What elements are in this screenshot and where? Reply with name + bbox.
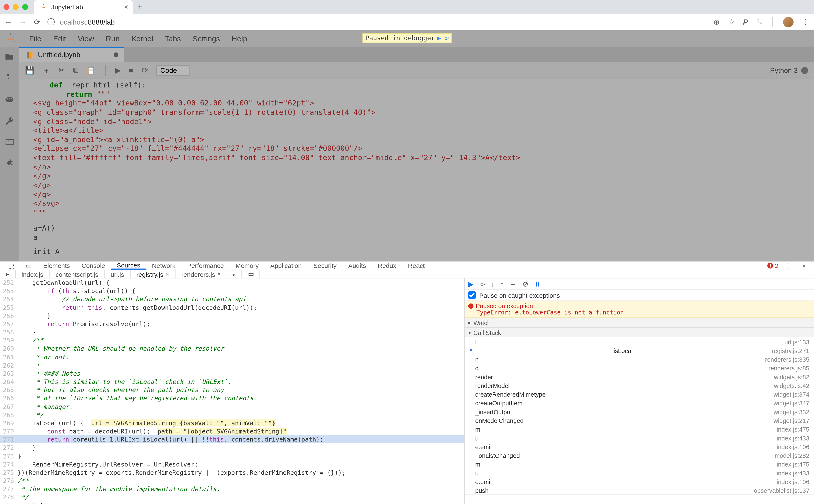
source-line[interactable]: 267 * manager. [0, 402, 464, 411]
devtools-tab-performance[interactable]: Performance [181, 262, 230, 270]
back-button[interactable]: ← [5, 18, 12, 26]
source-line[interactable]: 273} [0, 452, 464, 460]
step-into-button[interactable]: ↓ [491, 280, 494, 288]
menu-edit[interactable]: Edit [47, 34, 72, 43]
reload-button[interactable]: ⟳ [34, 18, 40, 26]
source-line[interactable]: 274 RenderMimeRegistry.UrlResolver = Url… [0, 460, 464, 468]
stack-frame[interactable]: nrenderers.js:335 [465, 355, 814, 363]
devtools-close-icon[interactable]: × [796, 262, 812, 270]
menu-view[interactable]: View [72, 34, 100, 43]
device-toggle-icon[interactable]: ▭ [20, 262, 37, 270]
pause-caught-checkbox[interactable] [468, 291, 476, 299]
kernel-indicator[interactable]: Python 3 [770, 66, 808, 74]
menu-tabs[interactable]: Tabs [159, 34, 187, 43]
devtools-tab-sources[interactable]: Sources [111, 262, 146, 270]
source-line[interactable]: 276/** [0, 476, 464, 485]
stack-frame[interactable]: createOutputItemwidget.js:347 [465, 398, 814, 407]
maximize-window-button[interactable] [22, 4, 28, 10]
run-button[interactable]: ▶ [115, 66, 121, 75]
inspect-element-icon[interactable]: ⬚ [2, 262, 20, 270]
notebook-cell[interactable]: def _repr_html_(self): return """ <svg h… [19, 79, 814, 261]
cell-type-select[interactable]: Code [156, 65, 189, 76]
source-line[interactable]: 263 * #### Notes [0, 369, 464, 378]
devtools-tab-redux[interactable]: Redux [372, 262, 402, 270]
pause-on-exceptions-row[interactable]: Pause on caught exceptions [465, 290, 814, 301]
close-tab-button[interactable]: × [124, 3, 128, 11]
stack-frame[interactable]: mindex.js:475 [465, 425, 814, 433]
source-line[interactable]: 265 * but it also checks whether the pat… [0, 386, 464, 394]
jupyter-logo-icon[interactable] [4, 32, 18, 46]
sources-navigator-toggle[interactable]: ▸ [0, 270, 16, 278]
source-line[interactable]: 270 const path = decodeURI(url); path = … [0, 427, 464, 435]
save-button[interactable]: 💾 [25, 66, 34, 75]
source-line[interactable]: 255 return this._contents.getDownloadUrl… [0, 303, 464, 312]
stack-frame[interactable]: onModelChangedwidget.js:217 [465, 416, 814, 425]
file-browser-icon[interactable] [5, 53, 14, 61]
source-line[interactable]: 262 * [0, 361, 464, 369]
paste-button[interactable]: 📋 [86, 66, 96, 75]
source-line[interactable]: 268 */ [0, 411, 464, 419]
extension-manager-icon[interactable] [5, 158, 14, 167]
source-line[interactable]: 272 } [0, 443, 464, 452]
step-over-button[interactable]: ⤼ [479, 280, 485, 288]
source-line[interactable]: 261 * or not. [0, 353, 464, 361]
stack-frame[interactable]: _insertOutputwidget.js:332 [465, 407, 814, 416]
menu-kernel[interactable]: Kernel [125, 34, 159, 43]
minimize-window-button[interactable] [13, 4, 19, 10]
devtools-tab-memory[interactable]: Memory [230, 262, 265, 270]
devtools-tab-application[interactable]: Application [265, 262, 308, 270]
source-line[interactable]: 253 if (this.isLocal(url)) { [0, 287, 464, 295]
pause-exceptions-button[interactable]: ⏸ [534, 280, 541, 288]
devtools-tab-react[interactable]: React [402, 262, 431, 270]
extension-wand-icon[interactable]: ✎ [756, 18, 763, 26]
source-line[interactable]: 254 // decode url->path before passing t… [0, 295, 464, 303]
bookmark-icon[interactable]: ☆ [728, 18, 735, 26]
stack-frame[interactable]: crenderers.js:85 [465, 363, 814, 372]
more-tabs-icon[interactable]: » [227, 270, 242, 278]
source-line[interactable]: 278 */ [0, 493, 464, 501]
stack-frame[interactable]: _onListChangedmodel.js:282 [465, 451, 814, 460]
callstack-header[interactable]: ▾Call Stack [465, 328, 814, 337]
file-tab-registry-js[interactable]: registry.js × [130, 270, 175, 278]
source-line[interactable]: 275})(RenderMimeRegistry = exports.Rende… [0, 468, 464, 476]
browser-tab[interactable]: JupyterLab × [34, 0, 133, 14]
menu-help[interactable]: Help [226, 34, 253, 43]
forward-button[interactable]: → [19, 18, 27, 26]
source-line[interactable]: 252 getDownloadUrl(url) { [0, 278, 464, 287]
file-tab-index-js[interactable]: index.js [16, 270, 50, 278]
source-line[interactable]: 258 } [0, 328, 464, 336]
menu-run[interactable]: Run [100, 34, 125, 43]
stack-frame[interactable]: pushobservablelist.js:137 [465, 486, 814, 494]
debugger-resume-icon[interactable]: ▶ [437, 34, 441, 42]
devtools-tab-security[interactable]: Security [308, 262, 342, 270]
stack-frame[interactable]: e.emitindex.js:106 [465, 477, 814, 486]
debugger-step-icon[interactable]: ⤼ [443, 34, 449, 42]
stack-frame[interactable]: isLocalregistry.js:271 [465, 346, 814, 355]
error-count[interactable]: !2 [768, 262, 778, 269]
close-window-button[interactable] [4, 4, 10, 10]
resume-button[interactable]: ▶ [468, 280, 474, 288]
devtools-menu-icon[interactable]: ⋮ [778, 262, 796, 270]
watch-section[interactable]: ▸Watch [465, 318, 814, 328]
source-line[interactable]: 277 * The namespace for the module imple… [0, 485, 464, 493]
extension-bar-icon[interactable]: ⎮ [771, 18, 775, 26]
devtools-tab-elements[interactable]: Elements [37, 262, 76, 270]
menu-file[interactable]: File [23, 34, 47, 43]
commands-icon[interactable] [5, 96, 14, 104]
chrome-menu-icon[interactable]: ⋮ [802, 18, 809, 26]
restart-button[interactable]: ⟳ [141, 66, 148, 75]
file-tab-renderers-js[interactable]: renderers.js [175, 270, 227, 278]
source-line[interactable]: 266 * of the `IDrive`s that may be regis… [0, 394, 464, 402]
profile-avatar[interactable] [783, 17, 794, 27]
stack-frame[interactable]: e.emitindex.js:106 [465, 442, 814, 451]
extension-p-icon[interactable]: P [743, 18, 748, 26]
step-button[interactable]: → [510, 280, 517, 288]
copy-button[interactable]: ⧉ [73, 65, 78, 75]
stack-frame[interactable]: renderModelwidgets.js:42 [465, 381, 814, 390]
file-tab-contentscript-js[interactable]: contentscript.js [50, 270, 105, 278]
devtools-tab-audits[interactable]: Audits [342, 262, 372, 270]
stack-frame[interactable]: renderwidgets.js:82 [465, 372, 814, 381]
source-line[interactable]: 271 return coreutils_1.URLExt.isLocal(ur… [0, 435, 464, 444]
stack-frame[interactable]: uindex.js:433 [465, 433, 814, 442]
pretty-print-icon[interactable]: ▭ [242, 270, 260, 278]
